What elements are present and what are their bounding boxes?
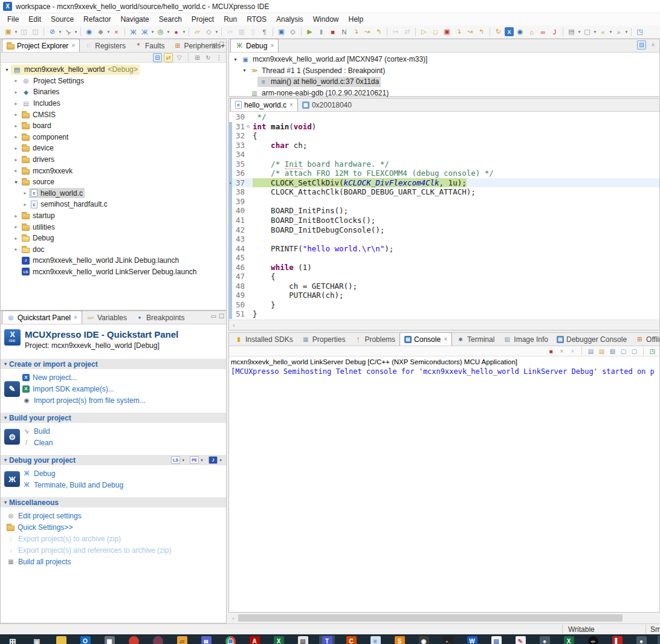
run-dropdown-icon[interactable]: ▼	[166, 30, 170, 34]
menu-analysis[interactable]: Analysis	[271, 14, 308, 25]
minimize-icon[interactable]: ▭	[211, 41, 216, 48]
show-stderr-icon[interactable]: ▢	[630, 347, 639, 356]
expand-arrow-icon[interactable]: ▸	[12, 78, 20, 83]
debug-tree-row[interactable]: ▥arm-none-eabi-gdb (10.2.90.20210621)	[229, 88, 659, 99]
section-header-create-or-import-a-project[interactable]: ▾Create or import a project	[1, 359, 226, 369]
code-line[interactable]: 45	[229, 253, 659, 263]
probe-dropdown-icon[interactable]: ▼	[219, 459, 222, 462]
resume-icon[interactable]: ▶	[305, 27, 315, 37]
taskbar-task-view-icon[interactable]: ▣	[29, 636, 45, 644]
project-tree-row[interactable]: ▸CMSIS	[1, 109, 226, 120]
gstep-b-icon[interactable]: ↝	[465, 27, 475, 37]
skip-all-breakpoints-icon[interactable]: ⊘	[47, 27, 57, 37]
link-red-icon[interactable]: ∞	[538, 27, 548, 37]
taskbar-gitkraken-icon[interactable]: ●	[537, 636, 552, 644]
menu-refactor[interactable]: Refactor	[79, 14, 115, 25]
expand-arrow-icon[interactable]: ▸	[12, 112, 20, 117]
taskbar-outlook-icon[interactable]: O	[77, 636, 93, 644]
quickstart-link-new-project-[interactable]: XNew project...	[22, 372, 146, 383]
istep-b-icon[interactable]: ⇄	[402, 27, 412, 37]
code-line[interactable]: 38 CLOCK_AttachClk(BOARD_DEBUG_UART_CLK_…	[229, 187, 659, 197]
project-tree-row[interactable]: ▸▤Includes	[1, 98, 226, 109]
editor-tab-hello-world-c[interactable]: chello_world.c×	[230, 98, 298, 111]
menu-run[interactable]: Run	[219, 14, 242, 25]
project-tree-row[interactable]: ▸board	[1, 120, 226, 132]
taskbar-sublime-icon[interactable]: S	[392, 636, 407, 644]
code-line[interactable]: 34	[229, 150, 659, 159]
show-whitespace-icon[interactable]: ¶	[259, 27, 270, 37]
profile-dropdown-icon[interactable]: ▼	[182, 30, 186, 34]
tab-close-icon[interactable]: ×	[71, 42, 75, 49]
maximize-icon[interactable]: ☐	[219, 313, 224, 320]
project-tree-row[interactable]: ▾▤mcxn9xxevk_hello_world <Debug>	[1, 64, 226, 76]
window-list-icon[interactable]: ▢	[582, 27, 592, 37]
taskbar-mcuxpresso-icon[interactable]: X	[658, 636, 660, 644]
menu-source[interactable]: Source	[46, 14, 79, 25]
scroll-lock-icon[interactable]: ▤	[586, 347, 595, 356]
forward-dropdown-icon[interactable]: ▼	[624, 30, 629, 34]
expand-arrow-icon[interactable]: ▸	[12, 123, 20, 129]
collapse-arrow-icon[interactable]: ▾	[241, 68, 248, 73]
bottom-hscrollbar[interactable]: ‹	[228, 613, 660, 623]
jlink-icon[interactable]: J	[549, 27, 560, 37]
word-wrap-icon[interactable]: ▤	[597, 347, 606, 356]
refresh-icon[interactable]: ↻	[204, 53, 213, 62]
terminate-icon[interactable]: ■	[546, 347, 555, 356]
istep-a-icon[interactable]: ↦	[390, 27, 401, 37]
forward-icon[interactable]: »	[613, 27, 624, 37]
project-tree-row[interactable]: ▸chello_world.c	[1, 188, 226, 199]
home-icon[interactable]: ⌂	[526, 27, 537, 37]
taskbar-excel-2-icon[interactable]: X	[561, 636, 577, 644]
suspend-icon[interactable]: ‖	[316, 27, 326, 37]
taskbar-gitkraken-2-icon[interactable]: ●	[633, 636, 649, 644]
filter-icon[interactable]: ▽	[175, 53, 184, 62]
cut-marker-icon[interactable]: ×	[111, 27, 121, 37]
project-tree-row[interactable]: ▸Debug	[1, 233, 226, 244]
wizards-dropdown-icon[interactable]: ▼	[215, 30, 219, 34]
taskbar-chrome-icon[interactable]	[222, 636, 238, 644]
pin-console-icon[interactable]: ▧	[608, 347, 617, 356]
code-line[interactable]: 41 BOARD_InitBootClocks();	[229, 216, 659, 225]
taskbar-orange-app-icon[interactable]: C	[343, 636, 359, 644]
taskbar-photos-app-icon[interactable]	[150, 636, 166, 644]
last-edit-icon[interactable]: ◳	[635, 27, 645, 37]
tab-close-icon[interactable]: ×	[74, 314, 77, 321]
taskbar-code-app-icon[interactable]: </>	[585, 636, 601, 644]
menu-window[interactable]: Window	[308, 14, 344, 25]
tab-image-info[interactable]: ▧Image Info	[499, 333, 552, 346]
tab-debug[interactable]: ЖDebug×	[230, 39, 279, 52]
code-line[interactable]: 51}	[229, 309, 659, 319]
quickstart-link-build[interactable]: TBuild	[22, 425, 53, 437]
tab-debugger-console[interactable]: ▤Debugger Console	[552, 333, 631, 346]
remove-terminated-icon[interactable]: ×	[649, 40, 658, 50]
view-window-buttons[interactable]: ▭☐	[211, 313, 224, 320]
tab-faults[interactable]: *Faults	[130, 39, 169, 52]
section-collapse-icon[interactable]: ▾	[4, 415, 7, 420]
section-collapse-icon[interactable]: ▾	[4, 457, 7, 463]
menu-search[interactable]: Search	[154, 14, 187, 25]
taskbar-sticky-notes-icon[interactable]	[53, 636, 69, 644]
open-element-dropdown-icon[interactable]: ▼	[106, 30, 111, 34]
quickstart-link-build-all-projects[interactable]: ▦Build all projects	[3, 556, 171, 567]
section-header-build-your-project[interactable]: ▾Build your project	[1, 413, 226, 423]
debug-icon[interactable]: Ж	[128, 27, 138, 37]
tab-problems[interactable]: !Problems	[349, 333, 400, 346]
link-editor-icon[interactable]: ⇄	[164, 53, 173, 62]
tab-close-icon[interactable]: ×	[444, 336, 447, 343]
quickstart-link-quick-settings-[interactable]: Quick Settings>>	[3, 521, 171, 533]
taskbar-paint-icon[interactable]: ✎	[513, 636, 528, 644]
project-tree-row[interactable]: ▾source	[1, 176, 226, 188]
code-line[interactable]: 48 ch = GETCHAR();	[229, 282, 659, 291]
tab-properties[interactable]: ▦Properties	[297, 333, 350, 346]
scrollbar-thumb[interactable]	[238, 614, 623, 622]
code-line[interactable]: 49 PUTCHAR(ch);	[229, 291, 659, 300]
project-tree-row[interactable]: ▸startup	[1, 210, 226, 222]
expand-arrow-icon[interactable]: ▸	[12, 246, 20, 252]
wizards-icon[interactable]: ◇	[204, 27, 214, 37]
tab-terminal[interactable]: ✱Terminal	[452, 333, 499, 346]
probe-button-ls[interactable]: LS▼	[171, 456, 185, 465]
debug-tree-row[interactable]: ≡main() at hello_world.c:37 0x11da	[229, 76, 659, 88]
taskbar-excel-icon[interactable]: X	[271, 636, 286, 644]
profile-icon[interactable]: ●	[171, 27, 181, 37]
step-into-icon[interactable]: ↴	[351, 27, 361, 37]
